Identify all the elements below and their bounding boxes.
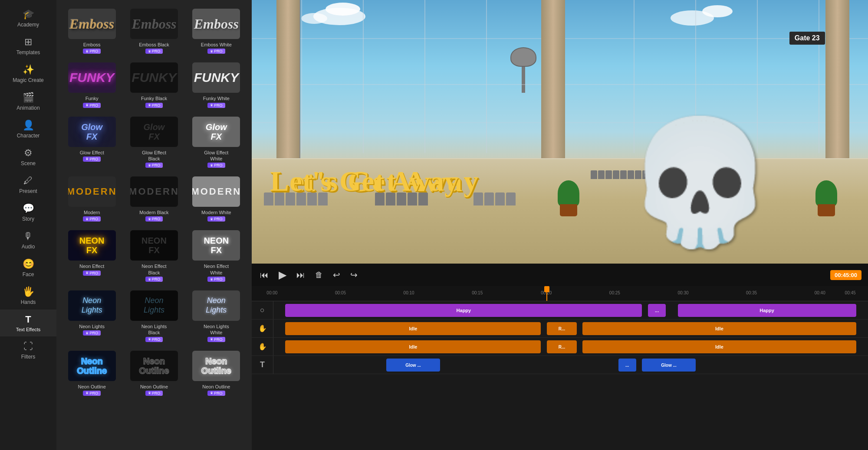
effect-funky[interactable]: FUNKY Funky ♛ PRO <box>61 58 123 112</box>
undo-button[interactable]: ↩ <box>331 268 342 282</box>
effect-modern-white[interactable]: MODERN Modern White ♛ PRO <box>185 172 247 226</box>
ruler-mark-35: 00:35 <box>746 290 757 295</box>
sidebar-item-story[interactable]: 💬 Story <box>0 199 56 226</box>
delete-clip-button[interactable]: 🗑 <box>313 269 325 281</box>
clip-r-1[interactable]: R... <box>547 322 577 335</box>
gate-sign: Gate 23 <box>789 32 825 45</box>
skip-to-end-button[interactable]: ⏭ <box>295 268 307 282</box>
clip-idle-2[interactable]: Idle <box>582 322 856 335</box>
effect-glow-white[interactable]: GlowFX Glow EffectWhite ♛ PRO <box>185 112 247 173</box>
sidebar-item-present[interactable]: 🖊 Present <box>0 171 56 199</box>
sidebar-label-present: Present <box>19 188 37 194</box>
effect-thumb-emboss: Emboss <box>68 9 116 39</box>
clip-glow-2[interactable]: Glow ... <box>642 359 695 372</box>
present-icon: 🖊 <box>23 175 33 186</box>
effect-name-neon-white: Neon EffectWhite ♛ PRO <box>204 263 229 282</box>
clip-dots-2[interactable]: ... <box>618 359 636 372</box>
effect-name-emboss-white: Emboss White ♛ PRO <box>201 42 232 54</box>
timeline-ruler[interactable]: 00:00 00:05 00:10 00:15 00:20 00:25 00:3… <box>252 286 868 301</box>
effect-name-funky-white: Funky White ♛ PRO <box>203 95 230 108</box>
effect-neon-lights-black[interactable]: NeonLights Neon LightsBlack ♛ PRO <box>123 286 185 346</box>
sidebar-item-face[interactable]: 😊 Face <box>0 254 56 282</box>
effect-thumb-funky: FUNKY <box>68 62 116 93</box>
effect-modern-black[interactable]: MODERN Modern Black ♛ PRO <box>123 172 185 226</box>
video-preview: Gate 23 <box>252 0 868 264</box>
track-content-1: Happy ... Happy <box>273 301 868 319</box>
sidebar-item-audio[interactable]: 🎙 Audio <box>0 226 56 254</box>
magic-create-icon: ✨ <box>23 64 34 75</box>
sidebar-item-character[interactable]: 👤 Character <box>0 115 56 143</box>
sidebar-label-magic-create: Magic Create <box>13 77 43 83</box>
sidebar-label-text-effects: Text Effects <box>16 327 41 332</box>
track-row-1: ○ Happy ... Happy <box>252 301 868 320</box>
sidebar-item-templates[interactable]: ⊞ Templates <box>0 32 56 60</box>
effect-thumb-glow: GlowFX <box>68 117 116 147</box>
clip-idle-1[interactable]: Idle <box>285 322 541 335</box>
sidebar-label-filters: Filters <box>21 354 36 360</box>
effect-name-glow-black: Glow EffectBlack ♛ PRO <box>142 150 166 168</box>
clip-happy-1[interactable]: Happy <box>285 304 642 317</box>
clip-idle-4[interactable]: Idle <box>582 340 856 353</box>
track-row-3: ✋ Idle R... Idle <box>252 338 868 356</box>
clip-idle-3[interactable]: Idle <box>285 340 541 353</box>
pillar-2 <box>541 0 565 171</box>
effect-name-glow: Glow Effect ♛ PRO <box>80 150 104 162</box>
sidebar-item-text-effects[interactable]: T Text Effects <box>0 310 56 336</box>
effect-thumb-modern-white: MODERN <box>192 176 240 207</box>
preview-title-text: Let's Get Away <box>270 165 459 198</box>
sidebar-label-face: Face <box>23 271 34 277</box>
clip-happy-2[interactable]: Happy <box>678 304 856 317</box>
effect-thumb-neon-lights: NeonLights <box>68 290 116 321</box>
ruler-mark-40: 00:40 <box>815 290 825 295</box>
redo-button[interactable]: ↪ <box>349 268 359 282</box>
clip-r-2[interactable]: R... <box>547 340 577 353</box>
effect-neon-lights[interactable]: NeonLights Neon Lights ♛ PRO <box>61 286 123 346</box>
play-button[interactable]: ▶ <box>277 267 288 283</box>
effect-emboss-black[interactable]: Emboss Emboss Black ♛ PRO <box>123 4 185 58</box>
effect-neon-outline-white[interactable]: NeonOutline Neon Outline ♛ PRO <box>185 346 247 400</box>
sidebar-item-filters[interactable]: ⛶ Filters <box>0 336 56 364</box>
effect-name-neon: Neon Effect ♛ PRO <box>79 263 104 275</box>
ruler-mark-5: 00:05 <box>335 290 346 295</box>
clip-glow-1[interactable]: Glow ... <box>386 359 440 372</box>
effect-emboss-white[interactable]: Emboss Emboss White ♛ PRO <box>185 4 247 58</box>
effect-emboss[interactable]: Emboss Emboss ♛ PRO <box>61 4 123 58</box>
effect-funky-white[interactable]: FUNKY Funky White ♛ PRO <box>185 58 247 112</box>
effect-neon-outline[interactable]: NeonOutline Neon Outline ♛ PRO <box>61 346 123 400</box>
sidebar-item-magic-create[interactable]: ✨ Magic Create <box>0 60 56 88</box>
effect-glow-black[interactable]: GlowFX Glow EffectBlack ♛ PRO <box>123 112 185 173</box>
track-content-2: Idle R... Idle <box>273 320 868 337</box>
effect-neon-outline-black[interactable]: NeonOutline Neon Outline ♛ PRO <box>123 346 185 400</box>
effect-glow[interactable]: GlowFX Glow Effect ♛ PRO <box>61 112 123 173</box>
sidebar-item-animation[interactable]: 🎬 Animation <box>0 88 56 115</box>
skip-to-start-button[interactable]: ⏮ <box>258 268 270 282</box>
animation-icon: 🎬 <box>23 92 34 103</box>
effect-neon-white[interactable]: NEONFX Neon EffectWhite ♛ PRO <box>185 226 247 286</box>
effect-name-neon-outline-white: Neon Outline ♛ PRO <box>202 384 230 396</box>
timeline-section: ⏮ ▶ ⏭ 🗑 ↩ ↪ 00:45:00 00:00 00:05 00:10 0… <box>252 264 868 450</box>
track-icon-1: ○ <box>252 301 273 319</box>
effect-thumb-neon-black: NEONFX <box>130 230 178 261</box>
effect-funky-black[interactable]: FUNKY Funky Black ♛ PRO <box>123 58 185 112</box>
transport-bar: ⏮ ▶ ⏭ 🗑 ↩ ↪ 00:45:00 <box>252 264 868 286</box>
effect-modern[interactable]: MODERN Modern ♛ PRO <box>61 172 123 226</box>
clip-dots-1[interactable]: ... <box>648 304 666 317</box>
sidebar-item-academy[interactable]: 🎓 Academy <box>0 4 56 32</box>
effects-grid: Emboss Emboss ♛ PRO Emboss Emboss Black … <box>56 0 252 404</box>
sidebar-item-scene[interactable]: ⚙ Scene <box>0 143 56 171</box>
effect-name-funky: Funky ♛ PRO <box>83 95 101 108</box>
sidebar-item-hands[interactable]: 🖐 Hands <box>0 282 56 310</box>
effect-thumb-modern-black: MODERN <box>130 176 178 207</box>
effect-neon[interactable]: NEONFX Neon Effect ♛ PRO <box>61 226 123 286</box>
effect-name-neon-lights-white: Neon LightsWhite ♛ PRO <box>204 323 229 342</box>
effect-thumb-neon-lights-black: NeonLights <box>130 290 178 321</box>
hands-icon: 🖐 <box>23 286 34 297</box>
effect-thumb-neon-outline-white: NeonOutline <box>192 351 240 381</box>
effect-neon-black[interactable]: NEONFX Neon EffectBlack ♛ PRO <box>123 226 185 286</box>
effect-name-emboss-black: Emboss Black ♛ PRO <box>139 42 169 54</box>
effect-neon-lights-white[interactable]: NeonLights Neon LightsWhite ♛ PRO <box>185 286 247 346</box>
ruler-mark-25: 00:25 <box>609 290 620 295</box>
effect-thumb-funky-white: FUNKY <box>192 62 240 93</box>
effect-name-neon-lights: Neon Lights ♛ PRO <box>79 323 105 336</box>
ruler-mark-30: 00:30 <box>677 290 688 295</box>
